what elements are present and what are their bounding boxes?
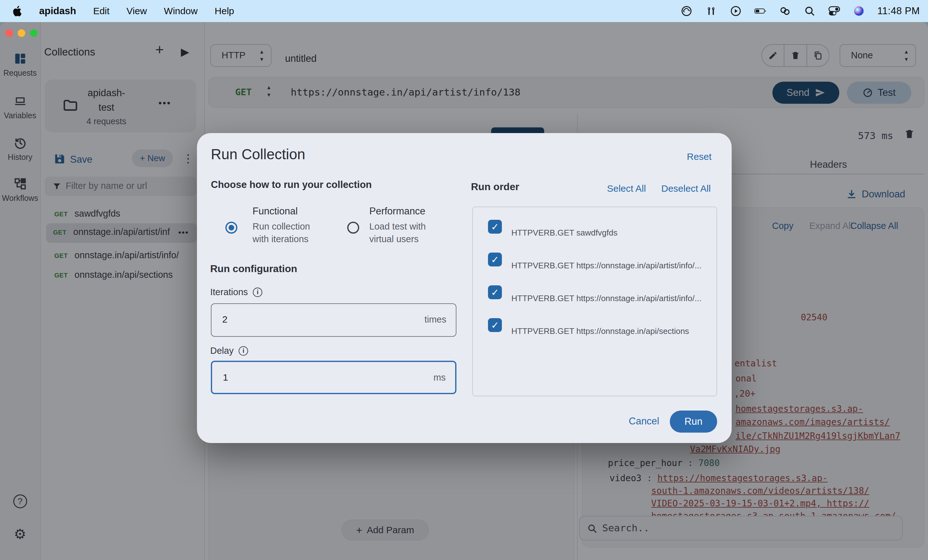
info-icon: i xyxy=(239,346,248,356)
window-controls xyxy=(5,29,38,37)
apple-menu-icon[interactable] xyxy=(13,5,22,17)
run-order-list: ✓HTTPVERB.GET sawdfvgfds✓HTTPVERB.GET ht… xyxy=(472,207,717,396)
run-order-item-label: HTTPVERB.GET sawdfvgfds xyxy=(511,228,617,238)
run-order-label: Run order xyxy=(471,181,519,193)
close-window-button[interactable] xyxy=(5,29,13,37)
run-order-item[interactable]: ✓HTTPVERB.GET sawdfvgfds xyxy=(473,220,718,253)
delay-input[interactable]: 1 ms xyxy=(211,361,456,394)
run-button[interactable]: Run xyxy=(670,411,717,433)
run-order-item-label: HTTPVERB.GET https://onnstage.in/api/art… xyxy=(511,261,701,271)
run-order-item[interactable]: ✓HTTPVERB.GET https://onnstage.in/api/ar… xyxy=(473,253,718,285)
creative-cloud-icon[interactable] xyxy=(681,5,693,17)
macos-menu-bar: apidash Edit View Window Help 11:48 PM xyxy=(0,0,928,22)
airpods-icon[interactable] xyxy=(705,5,717,17)
reset-button[interactable]: Reset xyxy=(687,151,711,162)
menu-status-icons xyxy=(681,5,865,17)
spotlight-icon[interactable] xyxy=(804,5,816,17)
deselect-all-button[interactable]: Deselect All xyxy=(661,183,711,194)
checkbox-checked[interactable]: ✓ xyxy=(488,253,502,266)
run-configuration-label: Run configuration xyxy=(210,263,297,275)
delay-suffix: ms xyxy=(433,372,446,383)
iterations-value: 2 xyxy=(222,314,227,325)
functional-radio[interactable] xyxy=(225,222,237,234)
play-circle-icon[interactable] xyxy=(730,5,742,17)
iterations-label: Iterations i xyxy=(210,287,262,297)
run-order-item-label: HTTPVERB.GET https://onnstage.in/api/sec… xyxy=(511,326,689,336)
menu-window[interactable]: Window xyxy=(164,6,198,17)
iterations-suffix: times xyxy=(424,314,446,325)
run-order-item[interactable]: ✓HTTPVERB.GET https://onnstage.in/api/ar… xyxy=(473,285,718,318)
menu-help[interactable]: Help xyxy=(215,6,234,17)
battery-icon[interactable] xyxy=(754,5,766,17)
zoom-window-button[interactable] xyxy=(30,29,38,37)
cancel-button[interactable]: Cancel xyxy=(629,415,659,427)
run-order-item-label: HTTPVERB.GET https://onnstage.in/api/art… xyxy=(511,294,701,303)
performance-radio[interactable] xyxy=(347,222,359,234)
personal-hotspot-icon[interactable] xyxy=(779,5,791,17)
menu-app-name[interactable]: apidash xyxy=(39,5,76,17)
select-all-button[interactable]: Select All xyxy=(607,183,646,194)
minimize-window-button[interactable] xyxy=(18,29,25,37)
delay-value: 1 xyxy=(223,372,228,383)
iterations-input[interactable]: 2 times xyxy=(211,303,456,337)
screen: apidash Edit View Window Help 11:48 PM R… xyxy=(0,0,928,560)
functional-label[interactable]: Functional xyxy=(252,205,298,217)
checkbox-checked[interactable]: ✓ xyxy=(488,318,502,332)
menu-edit[interactable]: Edit xyxy=(93,6,110,17)
performance-desc: Load test withvirtual users xyxy=(369,220,426,245)
performance-label[interactable]: Performance xyxy=(369,205,425,217)
info-icon: i xyxy=(253,288,262,297)
checkbox-checked[interactable]: ✓ xyxy=(488,285,502,299)
run-order-item[interactable]: ✓HTTPVERB.GET https://onnstage.in/api/se… xyxy=(473,318,718,351)
checkbox-checked[interactable]: ✓ xyxy=(488,220,502,234)
menu-view[interactable]: View xyxy=(127,6,147,17)
dialog-title: Run Collection xyxy=(211,146,305,163)
control-center-icon[interactable] xyxy=(828,5,840,17)
choose-label: Choose how to run your collection xyxy=(211,179,372,190)
delay-label: Delay i xyxy=(210,345,248,356)
run-collection-dialog: Run Collection Reset Choose how to run y… xyxy=(197,133,732,443)
menu-clock[interactable]: 11:48 PM xyxy=(878,5,920,17)
functional-desc: Run collectionwith iterations xyxy=(252,220,310,245)
siri-icon[interactable] xyxy=(853,5,865,17)
